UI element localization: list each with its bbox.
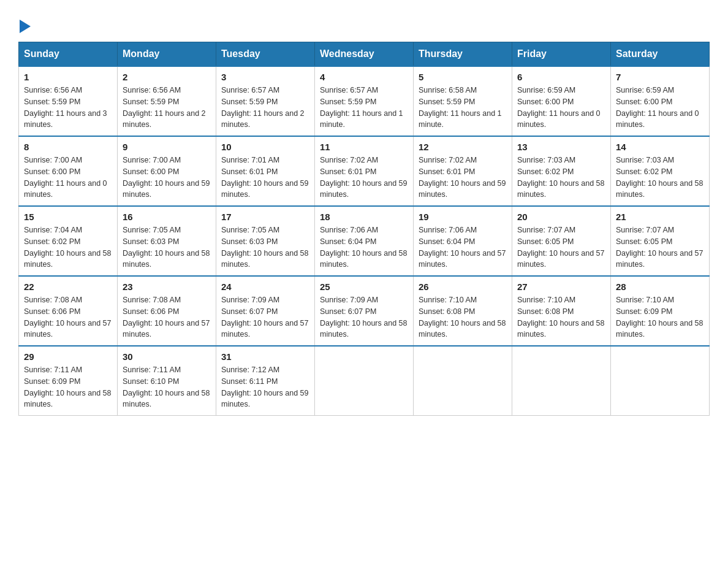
day-info: Sunrise: 6:57 AMSunset: 5:59 PMDaylight:…: [320, 86, 403, 129]
day-info: Sunrise: 7:06 AMSunset: 6:04 PMDaylight:…: [419, 226, 506, 269]
day-number: 8: [24, 142, 112, 152]
calendar-day-cell: 8 Sunrise: 7:00 AMSunset: 6:00 PMDayligh…: [19, 136, 118, 206]
day-info: Sunrise: 6:56 AMSunset: 5:59 PMDaylight:…: [24, 86, 107, 129]
calendar-day-cell: 19 Sunrise: 7:06 AMSunset: 6:04 PMDaylig…: [414, 206, 512, 276]
calendar-day-cell: 14 Sunrise: 7:03 AMSunset: 6:02 PMDaylig…: [611, 136, 710, 206]
logo: [18, 18, 31, 36]
calendar-day-cell: 9 Sunrise: 7:00 AMSunset: 6:00 PMDayligh…: [118, 136, 216, 206]
day-info: Sunrise: 6:57 AMSunset: 5:59 PMDaylight:…: [221, 86, 305, 129]
day-number: 23: [123, 282, 211, 292]
day-number: 30: [123, 351, 211, 362]
day-number: 24: [221, 282, 309, 292]
day-number: 7: [616, 72, 704, 82]
calendar-day-cell: 24 Sunrise: 7:09 AMSunset: 6:07 PMDaylig…: [216, 276, 315, 346]
day-number: 10: [221, 142, 309, 152]
day-number: 11: [320, 142, 408, 152]
day-number: 2: [123, 72, 211, 82]
day-info: Sunrise: 7:10 AMSunset: 6:08 PMDaylight:…: [517, 296, 604, 339]
weekday-header-tuesday: Tuesday: [216, 42, 315, 67]
day-number: 27: [517, 282, 605, 292]
calendar-day-cell: 27 Sunrise: 7:10 AMSunset: 6:08 PMDaylig…: [512, 276, 611, 346]
day-number: 6: [517, 72, 605, 82]
day-info: Sunrise: 7:06 AMSunset: 6:04 PMDaylight:…: [320, 226, 407, 269]
day-info: Sunrise: 7:02 AMSunset: 6:01 PMDaylight:…: [419, 156, 506, 199]
day-info: Sunrise: 7:10 AMSunset: 6:09 PMDaylight:…: [616, 296, 703, 339]
day-info: Sunrise: 7:03 AMSunset: 6:02 PMDaylight:…: [616, 156, 703, 199]
day-info: Sunrise: 7:09 AMSunset: 6:07 PMDaylight:…: [320, 296, 407, 339]
day-number: 13: [517, 142, 605, 152]
calendar-day-cell: 10 Sunrise: 7:01 AMSunset: 6:01 PMDaylig…: [216, 136, 315, 206]
day-number: 14: [616, 142, 704, 152]
calendar-day-cell: 29 Sunrise: 7:11 AMSunset: 6:09 PMDaylig…: [19, 346, 118, 416]
calendar-day-cell: 1 Sunrise: 6:56 AMSunset: 5:59 PMDayligh…: [19, 66, 118, 136]
day-number: 28: [616, 282, 704, 292]
calendar-day-cell: 2 Sunrise: 6:56 AMSunset: 5:59 PMDayligh…: [118, 66, 216, 136]
weekday-header-row: SundayMondayTuesdayWednesdayThursdayFrid…: [19, 42, 710, 67]
calendar-day-cell: 18 Sunrise: 7:06 AMSunset: 6:04 PMDaylig…: [315, 206, 414, 276]
weekday-header-wednesday: Wednesday: [315, 42, 414, 67]
calendar-day-cell: [414, 346, 512, 416]
day-info: Sunrise: 7:05 AMSunset: 6:03 PMDaylight:…: [221, 226, 308, 269]
calendar-day-cell: 7 Sunrise: 6:59 AMSunset: 6:00 PMDayligh…: [611, 66, 710, 136]
day-number: 1: [24, 72, 112, 82]
weekday-header-sunday: Sunday: [19, 42, 118, 67]
calendar-day-cell: 23 Sunrise: 7:08 AMSunset: 6:06 PMDaylig…: [118, 276, 216, 346]
day-number: 12: [419, 142, 507, 152]
day-info: Sunrise: 6:59 AMSunset: 6:00 PMDaylight:…: [616, 86, 699, 129]
weekday-header-saturday: Saturday: [611, 42, 710, 67]
calendar-week-row: 8 Sunrise: 7:00 AMSunset: 6:00 PMDayligh…: [19, 136, 710, 206]
calendar-day-cell: 26 Sunrise: 7:10 AMSunset: 6:08 PMDaylig…: [414, 276, 512, 346]
day-number: 31: [221, 351, 309, 362]
day-number: 29: [24, 351, 112, 362]
calendar-day-cell: 6 Sunrise: 6:59 AMSunset: 6:00 PMDayligh…: [512, 66, 611, 136]
day-number: 17: [221, 212, 309, 222]
calendar-day-cell: 25 Sunrise: 7:09 AMSunset: 6:07 PMDaylig…: [315, 276, 414, 346]
day-info: Sunrise: 7:04 AMSunset: 6:02 PMDaylight:…: [24, 226, 111, 269]
calendar-day-cell: [611, 346, 710, 416]
day-info: Sunrise: 7:08 AMSunset: 6:06 PMDaylight:…: [123, 296, 210, 339]
day-info: Sunrise: 7:10 AMSunset: 6:08 PMDaylight:…: [419, 296, 506, 339]
calendar-day-cell: 15 Sunrise: 7:04 AMSunset: 6:02 PMDaylig…: [19, 206, 118, 276]
calendar-table: SundayMondayTuesdayWednesdayThursdayFrid…: [18, 42, 710, 416]
day-info: Sunrise: 7:12 AMSunset: 6:11 PMDaylight:…: [221, 366, 308, 408]
day-info: Sunrise: 7:01 AMSunset: 6:01 PMDaylight:…: [221, 156, 308, 199]
calendar-day-cell: 28 Sunrise: 7:10 AMSunset: 6:09 PMDaylig…: [611, 276, 710, 346]
day-info: Sunrise: 6:56 AMSunset: 5:59 PMDaylight:…: [123, 86, 206, 129]
calendar-day-cell: 31 Sunrise: 7:12 AMSunset: 6:11 PMDaylig…: [216, 346, 315, 416]
calendar-week-row: 1 Sunrise: 6:56 AMSunset: 5:59 PMDayligh…: [19, 66, 710, 136]
calendar-day-cell: 13 Sunrise: 7:03 AMSunset: 6:02 PMDaylig…: [512, 136, 611, 206]
calendar-week-row: 22 Sunrise: 7:08 AMSunset: 6:06 PMDaylig…: [19, 276, 710, 346]
day-info: Sunrise: 7:02 AMSunset: 6:01 PMDaylight:…: [320, 156, 407, 199]
calendar-day-cell: 17 Sunrise: 7:05 AMSunset: 6:03 PMDaylig…: [216, 206, 315, 276]
logo-triangle-icon: [20, 20, 31, 33]
day-number: 16: [123, 212, 211, 222]
day-info: Sunrise: 6:58 AMSunset: 5:59 PMDaylight:…: [419, 86, 502, 129]
calendar-day-cell: 20 Sunrise: 7:07 AMSunset: 6:05 PMDaylig…: [512, 206, 611, 276]
day-number: 3: [221, 72, 309, 82]
calendar-day-cell: [512, 346, 611, 416]
day-number: 26: [419, 282, 507, 292]
svg-marker-0: [20, 20, 31, 33]
calendar-day-cell: [315, 346, 414, 416]
day-number: 21: [616, 212, 704, 222]
day-number: 20: [517, 212, 605, 222]
day-info: Sunrise: 7:09 AMSunset: 6:07 PMDaylight:…: [221, 296, 308, 339]
day-info: Sunrise: 7:08 AMSunset: 6:06 PMDaylight:…: [24, 296, 111, 339]
calendar-week-row: 15 Sunrise: 7:04 AMSunset: 6:02 PMDaylig…: [19, 206, 710, 276]
calendar-day-cell: 16 Sunrise: 7:05 AMSunset: 6:03 PMDaylig…: [118, 206, 216, 276]
calendar-day-cell: 12 Sunrise: 7:02 AMSunset: 6:01 PMDaylig…: [414, 136, 512, 206]
day-info: Sunrise: 6:59 AMSunset: 6:00 PMDaylight:…: [517, 86, 601, 129]
day-info: Sunrise: 7:07 AMSunset: 6:05 PMDaylight:…: [616, 226, 703, 269]
calendar-day-cell: 21 Sunrise: 7:07 AMSunset: 6:05 PMDaylig…: [611, 206, 710, 276]
day-info: Sunrise: 7:00 AMSunset: 6:00 PMDaylight:…: [24, 156, 107, 199]
calendar-day-cell: 4 Sunrise: 6:57 AMSunset: 5:59 PMDayligh…: [315, 66, 414, 136]
day-info: Sunrise: 7:11 AMSunset: 6:10 PMDaylight:…: [123, 366, 210, 408]
calendar-day-cell: 5 Sunrise: 6:58 AMSunset: 5:59 PMDayligh…: [414, 66, 512, 136]
calendar-day-cell: 30 Sunrise: 7:11 AMSunset: 6:10 PMDaylig…: [118, 346, 216, 416]
weekday-header-monday: Monday: [118, 42, 216, 67]
day-number: 9: [123, 142, 211, 152]
day-number: 5: [419, 72, 507, 82]
day-info: Sunrise: 7:11 AMSunset: 6:09 PMDaylight:…: [24, 366, 111, 408]
weekday-header-friday: Friday: [512, 42, 611, 67]
weekday-header-thursday: Thursday: [414, 42, 512, 67]
